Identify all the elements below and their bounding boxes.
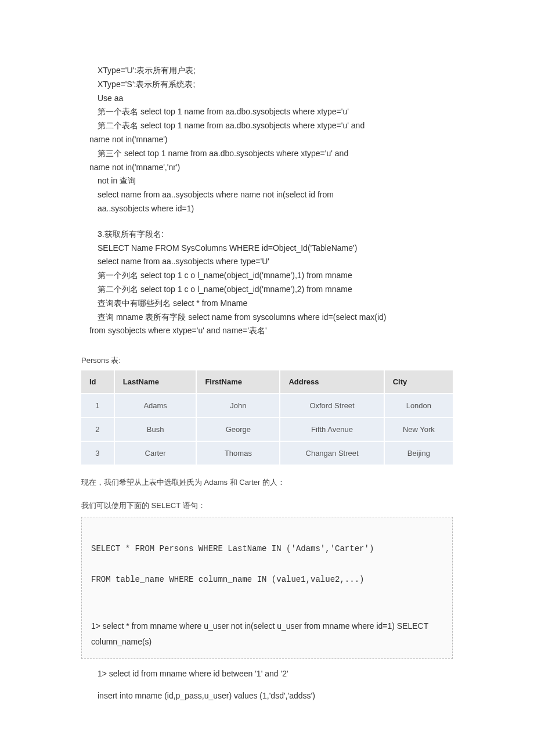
col-header: FirstName — [196, 370, 280, 394]
text-line: 第三个 select top 1 name from aa.dbo.sysobj… — [81, 147, 453, 161]
cell: New York — [384, 417, 453, 441]
code-line: 1> select * from mname where u_user not … — [91, 621, 431, 647]
text-line: name not in('mname','nr') — [81, 161, 453, 175]
cell: Adams — [114, 394, 197, 417]
cell: 1 — [81, 394, 114, 417]
table-row: 2 Bush George Fifth Avenue New York — [81, 417, 453, 441]
paragraph: 现在，我们希望从上表中选取姓氏为 Adams 和 Carter 的人： — [81, 477, 453, 488]
cell: Fifth Avenue — [280, 417, 384, 441]
text-line: 第二个列名 select top 1 c o l_name(object_id(… — [81, 283, 453, 297]
cell: Changan Street — [280, 441, 384, 465]
text-line: 第一个表名 select top 1 name from aa.dbo.syso… — [81, 105, 453, 119]
text-line: XType='S':表示所有系统表; — [81, 78, 453, 92]
text-line: 查询 mname 表所有字段 select name from syscolum… — [81, 311, 453, 325]
persons-table: Id LastName FirstName Address City 1 Ada… — [81, 370, 453, 466]
table-header-row: Id LastName FirstName Address City — [81, 370, 453, 394]
text-line: not in 查询 — [81, 174, 453, 188]
cell: Thomas — [196, 441, 280, 465]
table-row: 3 Carter Thomas Changan Street Beijing — [81, 441, 453, 465]
col-header: Id — [81, 370, 114, 394]
cell: 2 — [81, 417, 114, 441]
table-caption: Persons 表: — [81, 355, 453, 366]
text-line: XType='U':表示所有用户表; — [81, 64, 453, 78]
text-line: SELECT Name FROM SysColumns WHERE id=Obj… — [81, 242, 453, 255]
text-line: 1> select id from mname where id between… — [81, 667, 453, 681]
text-line: Use aa — [81, 92, 453, 106]
text-line: from sysobjects where xtype='u' and name… — [81, 324, 453, 338]
text-line: aa..sysobjects where id=1) — [81, 202, 453, 216]
text-line: select name from aa..sysobjects where na… — [81, 188, 453, 202]
table-row: 1 Adams John Oxford Street London — [81, 394, 453, 417]
text-line: 查询表中有哪些列名 select * from Mname — [81, 297, 453, 311]
cell: John — [196, 394, 280, 417]
text-line: insert into mname (id,p_pass,u_user) val… — [81, 689, 453, 703]
cell: Bush — [114, 417, 197, 441]
col-header: Address — [280, 370, 384, 394]
cell: Oxford Street — [280, 394, 384, 417]
document-page: XType='U':表示所有用户表; XType='S':表示所有系统表; Us… — [0, 0, 534, 734]
text-line: 第二个表名 select top 1 name from aa.dbo.syso… — [81, 119, 453, 133]
cell: 3 — [81, 441, 114, 465]
text-line: select name from aa..sysobjects where ty… — [81, 255, 453, 269]
code-line: FROM table_name WHERE column_name IN (va… — [91, 575, 364, 584]
cell: George — [196, 417, 280, 441]
cell: Carter — [114, 441, 197, 465]
cell: London — [384, 394, 453, 417]
col-header: LastName — [114, 370, 197, 394]
paragraph: 我们可以使用下面的 SELECT 语句： — [81, 501, 453, 511]
text-line: name not in('mname') — [81, 133, 453, 147]
col-header: City — [384, 370, 453, 394]
text-line: 3.获取所有字段名: — [81, 228, 453, 242]
code-block: SELECT * FROM Persons WHERE LastName IN … — [81, 517, 453, 659]
text-line: 第一个列名 select top 1 c o l_name(object_id(… — [81, 269, 453, 283]
code-line: SELECT * FROM Persons WHERE LastName IN … — [91, 544, 374, 553]
cell: Beijing — [384, 441, 453, 465]
